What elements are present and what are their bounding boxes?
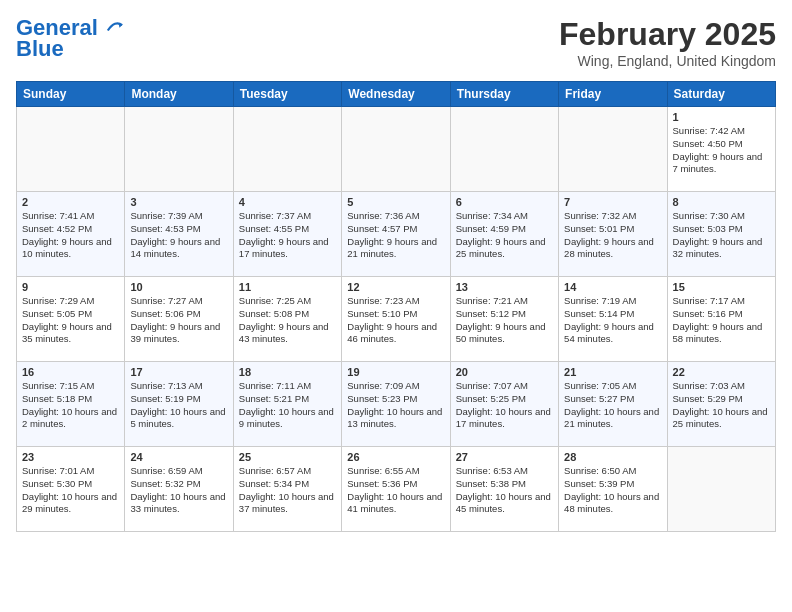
cell-info: Sunrise: 7:21 AM Sunset: 5:12 PM Dayligh…	[456, 295, 553, 346]
day-number: 13	[456, 281, 553, 293]
cell-info: Sunrise: 7:37 AM Sunset: 4:55 PM Dayligh…	[239, 210, 336, 261]
logo-icon	[106, 17, 124, 35]
cell-info: Sunrise: 7:25 AM Sunset: 5:08 PM Dayligh…	[239, 295, 336, 346]
day-number: 12	[347, 281, 444, 293]
logo: General Blue	[16, 16, 124, 62]
weekday-header-monday: Monday	[125, 82, 233, 107]
calendar-week-5: 23Sunrise: 7:01 AM Sunset: 5:30 PM Dayli…	[17, 447, 776, 532]
day-number: 27	[456, 451, 553, 463]
day-number: 23	[22, 451, 119, 463]
calendar-table: SundayMondayTuesdayWednesdayThursdayFrid…	[16, 81, 776, 532]
calendar-cell: 16Sunrise: 7:15 AM Sunset: 5:18 PM Dayli…	[17, 362, 125, 447]
calendar-week-1: 1Sunrise: 7:42 AM Sunset: 4:50 PM Daylig…	[17, 107, 776, 192]
day-number: 5	[347, 196, 444, 208]
calendar-cell: 13Sunrise: 7:21 AM Sunset: 5:12 PM Dayli…	[450, 277, 558, 362]
day-number: 10	[130, 281, 227, 293]
calendar-cell: 26Sunrise: 6:55 AM Sunset: 5:36 PM Dayli…	[342, 447, 450, 532]
weekday-header-wednesday: Wednesday	[342, 82, 450, 107]
calendar-cell: 22Sunrise: 7:03 AM Sunset: 5:29 PM Dayli…	[667, 362, 775, 447]
calendar-cell: 8Sunrise: 7:30 AM Sunset: 5:03 PM Daylig…	[667, 192, 775, 277]
cell-info: Sunrise: 6:55 AM Sunset: 5:36 PM Dayligh…	[347, 465, 444, 516]
calendar-cell: 21Sunrise: 7:05 AM Sunset: 5:27 PM Dayli…	[559, 362, 667, 447]
cell-info: Sunrise: 6:50 AM Sunset: 5:39 PM Dayligh…	[564, 465, 661, 516]
calendar-cell: 9Sunrise: 7:29 AM Sunset: 5:05 PM Daylig…	[17, 277, 125, 362]
calendar-cell: 23Sunrise: 7:01 AM Sunset: 5:30 PM Dayli…	[17, 447, 125, 532]
calendar-cell	[559, 107, 667, 192]
day-number: 21	[564, 366, 661, 378]
cell-info: Sunrise: 7:13 AM Sunset: 5:19 PM Dayligh…	[130, 380, 227, 431]
cell-info: Sunrise: 7:41 AM Sunset: 4:52 PM Dayligh…	[22, 210, 119, 261]
cell-info: Sunrise: 7:03 AM Sunset: 5:29 PM Dayligh…	[673, 380, 770, 431]
calendar-cell: 15Sunrise: 7:17 AM Sunset: 5:16 PM Dayli…	[667, 277, 775, 362]
day-number: 26	[347, 451, 444, 463]
weekday-header-friday: Friday	[559, 82, 667, 107]
day-number: 24	[130, 451, 227, 463]
cell-info: Sunrise: 7:36 AM Sunset: 4:57 PM Dayligh…	[347, 210, 444, 261]
calendar-cell: 19Sunrise: 7:09 AM Sunset: 5:23 PM Dayli…	[342, 362, 450, 447]
cell-info: Sunrise: 7:39 AM Sunset: 4:53 PM Dayligh…	[130, 210, 227, 261]
cell-info: Sunrise: 7:23 AM Sunset: 5:10 PM Dayligh…	[347, 295, 444, 346]
calendar-header-row: SundayMondayTuesdayWednesdayThursdayFrid…	[17, 82, 776, 107]
cell-info: Sunrise: 7:11 AM Sunset: 5:21 PM Dayligh…	[239, 380, 336, 431]
calendar-cell: 18Sunrise: 7:11 AM Sunset: 5:21 PM Dayli…	[233, 362, 341, 447]
location: Wing, England, United Kingdom	[559, 53, 776, 69]
calendar-cell	[233, 107, 341, 192]
day-number: 25	[239, 451, 336, 463]
day-number: 4	[239, 196, 336, 208]
calendar-week-2: 2Sunrise: 7:41 AM Sunset: 4:52 PM Daylig…	[17, 192, 776, 277]
calendar-cell: 11Sunrise: 7:25 AM Sunset: 5:08 PM Dayli…	[233, 277, 341, 362]
day-number: 14	[564, 281, 661, 293]
calendar-cell: 14Sunrise: 7:19 AM Sunset: 5:14 PM Dayli…	[559, 277, 667, 362]
calendar-cell: 25Sunrise: 6:57 AM Sunset: 5:34 PM Dayli…	[233, 447, 341, 532]
day-number: 15	[673, 281, 770, 293]
cell-info: Sunrise: 7:15 AM Sunset: 5:18 PM Dayligh…	[22, 380, 119, 431]
day-number: 20	[456, 366, 553, 378]
cell-info: Sunrise: 6:59 AM Sunset: 5:32 PM Dayligh…	[130, 465, 227, 516]
cell-info: Sunrise: 7:34 AM Sunset: 4:59 PM Dayligh…	[456, 210, 553, 261]
title-block: February 2025 Wing, England, United King…	[559, 16, 776, 69]
day-number: 22	[673, 366, 770, 378]
cell-info: Sunrise: 7:30 AM Sunset: 5:03 PM Dayligh…	[673, 210, 770, 261]
day-number: 1	[673, 111, 770, 123]
calendar-cell: 5Sunrise: 7:36 AM Sunset: 4:57 PM Daylig…	[342, 192, 450, 277]
calendar-cell: 2Sunrise: 7:41 AM Sunset: 4:52 PM Daylig…	[17, 192, 125, 277]
cell-info: Sunrise: 7:07 AM Sunset: 5:25 PM Dayligh…	[456, 380, 553, 431]
calendar-week-3: 9Sunrise: 7:29 AM Sunset: 5:05 PM Daylig…	[17, 277, 776, 362]
day-number: 18	[239, 366, 336, 378]
calendar-cell	[342, 107, 450, 192]
page-header: General Blue February 2025 Wing, England…	[16, 16, 776, 69]
calendar-cell: 27Sunrise: 6:53 AM Sunset: 5:38 PM Dayli…	[450, 447, 558, 532]
calendar-cell: 20Sunrise: 7:07 AM Sunset: 5:25 PM Dayli…	[450, 362, 558, 447]
cell-info: Sunrise: 7:19 AM Sunset: 5:14 PM Dayligh…	[564, 295, 661, 346]
calendar-cell: 6Sunrise: 7:34 AM Sunset: 4:59 PM Daylig…	[450, 192, 558, 277]
calendar-cell	[667, 447, 775, 532]
day-number: 6	[456, 196, 553, 208]
calendar-cell: 28Sunrise: 6:50 AM Sunset: 5:39 PM Dayli…	[559, 447, 667, 532]
day-number: 16	[22, 366, 119, 378]
calendar-cell: 1Sunrise: 7:42 AM Sunset: 4:50 PM Daylig…	[667, 107, 775, 192]
weekday-header-sunday: Sunday	[17, 82, 125, 107]
day-number: 3	[130, 196, 227, 208]
cell-info: Sunrise: 6:53 AM Sunset: 5:38 PM Dayligh…	[456, 465, 553, 516]
month-title: February 2025	[559, 16, 776, 53]
calendar-cell: 24Sunrise: 6:59 AM Sunset: 5:32 PM Dayli…	[125, 447, 233, 532]
calendar-cell: 7Sunrise: 7:32 AM Sunset: 5:01 PM Daylig…	[559, 192, 667, 277]
calendar-cell: 17Sunrise: 7:13 AM Sunset: 5:19 PM Dayli…	[125, 362, 233, 447]
day-number: 8	[673, 196, 770, 208]
cell-info: Sunrise: 7:32 AM Sunset: 5:01 PM Dayligh…	[564, 210, 661, 261]
day-number: 19	[347, 366, 444, 378]
weekday-header-saturday: Saturday	[667, 82, 775, 107]
cell-info: Sunrise: 7:09 AM Sunset: 5:23 PM Dayligh…	[347, 380, 444, 431]
calendar-cell	[125, 107, 233, 192]
cell-info: Sunrise: 7:29 AM Sunset: 5:05 PM Dayligh…	[22, 295, 119, 346]
calendar-week-4: 16Sunrise: 7:15 AM Sunset: 5:18 PM Dayli…	[17, 362, 776, 447]
day-number: 11	[239, 281, 336, 293]
day-number: 7	[564, 196, 661, 208]
cell-info: Sunrise: 7:17 AM Sunset: 5:16 PM Dayligh…	[673, 295, 770, 346]
weekday-header-tuesday: Tuesday	[233, 82, 341, 107]
calendar-cell	[17, 107, 125, 192]
cell-info: Sunrise: 7:42 AM Sunset: 4:50 PM Dayligh…	[673, 125, 770, 176]
day-number: 28	[564, 451, 661, 463]
calendar-cell: 12Sunrise: 7:23 AM Sunset: 5:10 PM Dayli…	[342, 277, 450, 362]
day-number: 9	[22, 281, 119, 293]
